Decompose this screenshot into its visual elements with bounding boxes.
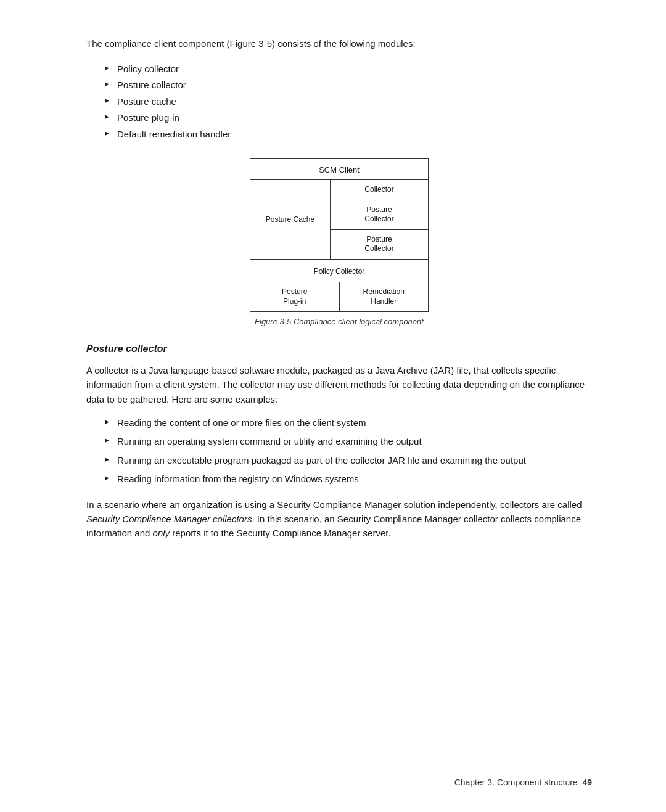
scm-client-label: SCM Client (319, 165, 360, 174)
page-footer: Chapter 3. Component structure 49 (454, 777, 592, 787)
list-item: Posture plug-in (105, 111, 592, 125)
scm-client-cell: SCM Client (250, 159, 428, 180)
posture-collector-1-label: PostureCollector (364, 205, 393, 224)
list-item: Default remediation handler (105, 128, 592, 142)
list-item: Policy collector (105, 62, 592, 76)
posture-examples-list: Reading the content of one or more files… (105, 416, 592, 486)
list-item: Reading the content of one or more files… (105, 416, 592, 430)
page-content: The compliance client component (Figure … (0, 0, 666, 590)
policy-collector-label: Policy Collector (314, 267, 365, 276)
body-paragraph-2-italic: Security Compliance Manager collectors (86, 514, 252, 524)
posture-cache-label: Posture Cache (266, 215, 314, 224)
posture-collector-1-cell: PostureCollector (331, 200, 428, 230)
remediation-handler-label: RemediationHandler (363, 287, 405, 306)
list-item: Running an executable program packaged a… (105, 454, 592, 468)
section-heading: Posture collector (86, 343, 592, 355)
architecture-diagram: SCM Client Posture Cache Collector Postu… (250, 158, 429, 312)
intro-paragraph: The compliance client component (Figure … (86, 37, 592, 51)
body-paragraph-2-italic2: only (153, 528, 170, 538)
diagram-bottom-row: PosturePlug-in RemediationHandler (250, 282, 428, 311)
policy-collector-cell: Policy Collector (250, 260, 428, 282)
footer-page-number: 49 (582, 777, 592, 787)
body-paragraph-2-part1: In a scenario where an organization is u… (86, 499, 582, 510)
posture-plugin-label: PosturePlug-in (282, 287, 307, 306)
list-item: Posture cache (105, 95, 592, 109)
diagram-right-column: Collector PostureCollector PostureCollec… (331, 180, 428, 259)
remediation-handler-cell: RemediationHandler (340, 282, 429, 311)
posture-plugin-cell: PosturePlug-in (250, 282, 340, 311)
body-paragraph-1: A collector is a Java language-based sof… (86, 363, 592, 406)
posture-cache-cell: Posture Cache (250, 180, 331, 259)
list-item: Running an operating system command or u… (105, 435, 592, 449)
figure-caption: Figure 3-5 Compliance client logical com… (86, 317, 592, 326)
diagram-middle-row: Posture Cache Collector PostureCollector… (250, 180, 428, 260)
posture-collector-2-label: PostureCollector (364, 235, 393, 253)
posture-collector-2-cell: PostureCollector (331, 230, 428, 259)
body-paragraph-2-part3: reports it to the Security Compliance Ma… (170, 528, 391, 538)
collector-label: Collector (364, 185, 393, 194)
list-item: Reading information from the registry on… (105, 472, 592, 486)
body-paragraph-2: In a scenario where an organization is u… (86, 498, 592, 541)
diagram-container: SCM Client Posture Cache Collector Postu… (86, 158, 592, 312)
collector-cell: Collector (331, 180, 428, 200)
list-item: Posture collector (105, 78, 592, 92)
footer-chapter-text: Chapter 3. Component structure (454, 777, 578, 787)
modules-list: Policy collector Posture collector Postu… (105, 62, 592, 142)
